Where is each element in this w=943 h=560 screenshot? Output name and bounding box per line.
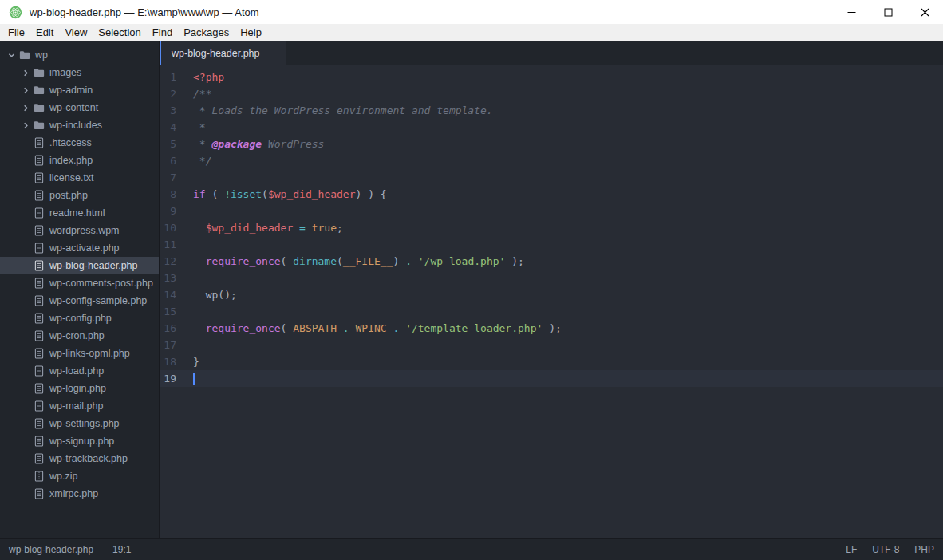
code-text: } (193, 353, 199, 370)
file-icon (33, 207, 45, 219)
code-line-10[interactable]: 10 $wp_did_header = true; (160, 219, 943, 236)
code-text: wp(); (193, 286, 237, 303)
code-line-6[interactable]: 6 */ (160, 152, 943, 169)
code-line-13[interactable]: 13 (160, 270, 943, 286)
tree-item-label: wordpress.wpm (48, 225, 120, 236)
tree-item-wp-config-sample-php[interactable]: wp-config-sample.php (0, 292, 159, 310)
atom-logo-icon[interactable] (9, 6, 22, 19)
maximize-button[interactable] (870, 0, 906, 24)
code-line-15[interactable]: 15 (160, 303, 943, 320)
code-text: * Loads the WordPress environment and te… (193, 102, 493, 119)
menu-view[interactable]: View (59, 24, 93, 41)
code-line-12[interactable]: 12 require_once( dirname(__FILE__) . '/w… (160, 253, 943, 270)
tab-wp-blog-header[interactable]: wp-blog-header.php (160, 41, 286, 65)
tree-item-xmlrpc-php[interactable]: xmlrpc.php (0, 485, 159, 503)
tree-item-wp-activate-php[interactable]: wp-activate.php (0, 239, 159, 257)
code-line-5[interactable]: 5 * @package WordPress (160, 136, 943, 152)
menu-find[interactable]: Find (147, 24, 178, 41)
code-line-9[interactable]: 9 (160, 203, 943, 219)
tree-item-post-php[interactable]: post.php (0, 187, 159, 204)
chevron-right-icon[interactable] (21, 87, 31, 94)
code-line-17[interactable]: 17 (160, 337, 943, 353)
tree-item-images[interactable]: images (0, 64, 159, 81)
tree-item-wordpress-wpm[interactable]: wordpress.wpm (0, 222, 159, 239)
status-line-ending[interactable]: LF (846, 544, 857, 555)
file-icon (33, 225, 45, 236)
menu-packages[interactable]: Packages (178, 24, 235, 41)
tree-item-label: readme.html (48, 207, 105, 219)
tree-item-wp-includes[interactable]: wp-includes (0, 116, 159, 134)
line-number: 19 (160, 370, 176, 387)
close-button[interactable] (906, 0, 943, 24)
code-line-4[interactable]: 4 * (160, 119, 943, 136)
tree-item-license-txt[interactable]: license.txt (0, 169, 159, 187)
chevron-right-icon[interactable] (21, 105, 31, 112)
code-text: * (193, 119, 206, 136)
tree-item-wp-signup-php[interactable]: wp-signup.php (0, 432, 159, 450)
titlebar: wp-blog-header.php — E:\wamp\www\wp — At… (0, 0, 943, 24)
menu-selection[interactable]: Selection (93, 24, 146, 41)
menu-edit[interactable]: Edit (30, 24, 59, 41)
code-line-18[interactable]: 18} (160, 353, 943, 370)
close-icon (921, 8, 929, 17)
code-text: * @package WordPress (193, 136, 324, 152)
tree-item-wp-blog-header-php[interactable]: wp-blog-header.php (0, 257, 159, 274)
status-cursor-position[interactable]: 19:1 (112, 544, 131, 555)
code-line-11[interactable]: 11 (160, 236, 943, 253)
tree-item-wp-cron-php[interactable]: wp-cron.php (0, 327, 159, 345)
chevron-down-icon[interactable] (6, 52, 17, 59)
tree-item-wp-zip[interactable]: wp.zip (0, 467, 159, 485)
menu-file[interactable]: File (2, 24, 30, 41)
tree-item-wp-settings-php[interactable]: wp-settings.php (0, 415, 159, 432)
tree-item-wp-trackback-php[interactable]: wp-trackback.php (0, 450, 159, 467)
file-icon (33, 137, 45, 148)
line-number: 12 (160, 253, 176, 270)
tree-item-wp-load-php[interactable]: wp-load.php (0, 362, 159, 380)
line-number: 1 (160, 69, 176, 85)
editor-pane: wp-blog-header.php 1<?php2/**3 * Loads t… (160, 41, 943, 538)
line-number: 6 (160, 152, 176, 169)
chevron-right-icon[interactable] (21, 122, 31, 129)
code-line-16[interactable]: 16 require_once( ABSPATH . WPINC . '/tem… (160, 320, 943, 337)
zip-file-icon (33, 471, 45, 482)
tree-item--htaccess[interactable]: .htaccess (0, 134, 159, 152)
tree-view: wpimageswp-adminwp-contentwp-includes.ht… (0, 41, 160, 538)
tree-item-label: .htaccess (48, 137, 92, 148)
code-line-8[interactable]: 8if ( !isset($wp_did_header) ) { (160, 186, 943, 203)
code-text: $wp_did_header = true; (193, 219, 343, 236)
editor[interactable]: 1<?php2/**3 * Loads the WordPress enviro… (160, 65, 943, 538)
minimize-button[interactable] (833, 0, 870, 24)
tree-item-label: wp-admin (48, 85, 93, 96)
code-line-3[interactable]: 3 * Loads the WordPress environment and … (160, 102, 943, 119)
tree-item-wp-links-opml-php[interactable]: wp-links-opml.php (0, 345, 159, 362)
main-area: wpimageswp-adminwp-contentwp-includes.ht… (0, 41, 943, 538)
tree-item-wp-admin[interactable]: wp-admin (0, 81, 159, 99)
code-line-19[interactable]: 19 (160, 370, 943, 387)
status-grammar[interactable]: PHP (914, 544, 934, 555)
code-line-2[interactable]: 2/** (160, 85, 943, 102)
tree-item-index-php[interactable]: index.php (0, 152, 159, 169)
chevron-right-icon[interactable] (21, 69, 31, 77)
tree-item-wp-mail-php[interactable]: wp-mail.php (0, 397, 159, 415)
tree-item-wp-config-php[interactable]: wp-config.php (0, 310, 159, 327)
menu-help[interactable]: Help (235, 24, 267, 41)
file-icon (33, 400, 45, 412)
code-line-1[interactable]: 1<?php (160, 69, 943, 85)
file-icon (33, 278, 45, 289)
tree-item-label: wp-config-sample.php (48, 295, 147, 306)
tree-item-label: wp-load.php (48, 365, 104, 377)
tree-item-label: wp-activate.php (48, 243, 120, 254)
window-title: wp-blog-header.php — E:\wamp\www\wp — At… (30, 6, 259, 18)
code-line-14[interactable]: 14 wp(); (160, 286, 943, 303)
tree-item-wp-comments-post-php[interactable]: wp-comments-post.php (0, 274, 159, 292)
file-icon (33, 190, 45, 201)
tree-item-readme-html[interactable]: readme.html (0, 204, 159, 222)
status-encoding[interactable]: UTF-8 (872, 544, 899, 555)
line-number: 17 (160, 337, 176, 353)
menubar: FileEditViewSelectionFindPackagesHelp (0, 24, 943, 41)
tree-item-wp-login-php[interactable]: wp-login.php (0, 380, 159, 397)
tree-item-wp-content[interactable]: wp-content (0, 99, 159, 116)
code-line-7[interactable]: 7 (160, 169, 943, 186)
line-number: 5 (160, 136, 176, 152)
tree-item-wp[interactable]: wp (0, 46, 159, 64)
